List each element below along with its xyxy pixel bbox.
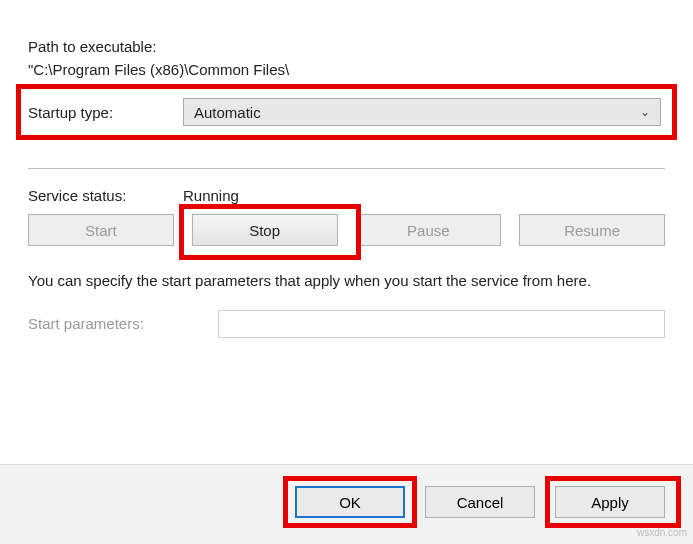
startup-type-label: Startup type: <box>28 104 183 121</box>
cancel-button[interactable]: Cancel <box>425 486 535 518</box>
path-to-executable-value: "C:\Program Files (x86)\Common Files\ <box>28 61 665 78</box>
section-divider <box>28 168 665 169</box>
path-to-executable-label: Path to executable: <box>28 38 665 55</box>
apply-button[interactable]: Apply <box>555 486 665 518</box>
resume-button: Resume <box>519 214 665 246</box>
pause-button: Pause <box>356 214 502 246</box>
stop-button[interactable]: Stop <box>192 214 338 246</box>
ok-button[interactable]: OK <box>295 486 405 518</box>
start-button: Start <box>28 214 174 246</box>
startup-type-select[interactable]: Automatic ⌄ <box>183 98 661 126</box>
startup-type-value: Automatic <box>194 104 261 121</box>
service-status-label: Service status: <box>28 187 183 204</box>
start-parameters-input <box>218 310 665 338</box>
description-text: You can specify the start parameters tha… <box>28 270 665 292</box>
start-parameters-label: Start parameters: <box>28 315 218 332</box>
chevron-down-icon: ⌄ <box>640 105 650 119</box>
service-status-value: Running <box>183 187 239 204</box>
